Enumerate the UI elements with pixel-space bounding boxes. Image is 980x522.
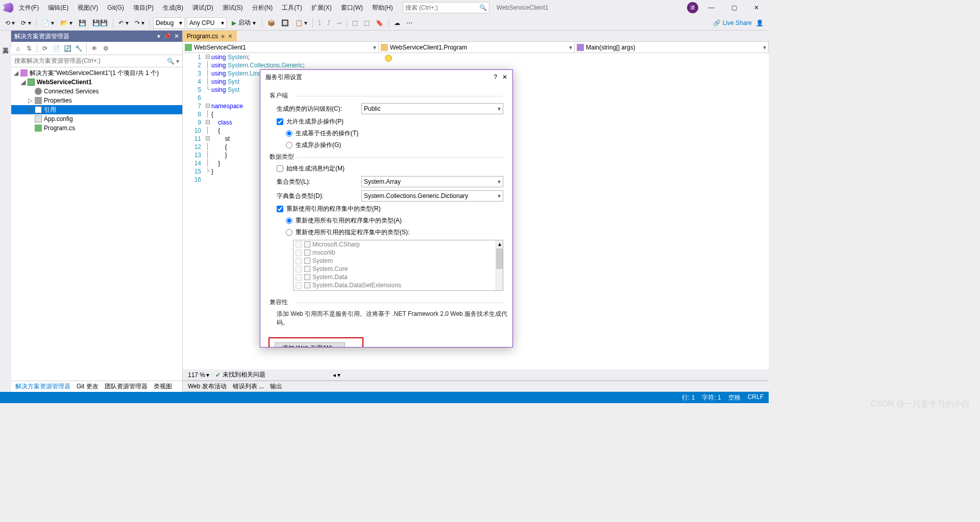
assembly-item[interactable]: System.Core [293, 265, 503, 273]
node-references[interactable]: ▷引用 [11, 105, 182, 114]
assembly-scrollbar[interactable]: ▴ [496, 240, 503, 290]
close-tab-icon[interactable]: ✕ [228, 33, 233, 40]
allow-async-checkbox[interactable] [277, 118, 283, 125]
account-avatar[interactable]: 凌 [687, 2, 698, 13]
node-connected-services[interactable]: Connected Services [11, 87, 182, 96]
solution-root[interactable]: ◢解决方案"WebServiceClient1"(1 个项目/共 1 个) [11, 68, 182, 78]
tool-button-1[interactable]: 📦 [265, 18, 277, 28]
solution-config-combo[interactable]: Debug▾ [153, 17, 185, 29]
reuse-specified-radio[interactable] [286, 229, 292, 236]
assembly-item[interactable]: System.Data [293, 273, 503, 281]
access-level-combo[interactable]: Public▾ [361, 103, 503, 114]
async-ops-radio[interactable] [286, 142, 292, 148]
menu-help[interactable]: 帮助(H) [369, 2, 397, 14]
menu-git[interactable]: Git(G) [104, 3, 128, 13]
save-button[interactable]: 💾 [77, 18, 88, 28]
status-spaces[interactable]: 空格 [728, 393, 741, 402]
dialog-close-button[interactable]: ✕ [502, 73, 507, 81]
menu-file[interactable]: 文件(F) [15, 2, 42, 14]
show-all-icon[interactable]: 📄 [52, 44, 61, 53]
tool-button-3[interactable]: 📋 ▾ [293, 18, 309, 28]
panel-dropdown-icon[interactable]: ▾ [157, 33, 160, 40]
step-into-button[interactable]: ⤴ [325, 18, 332, 28]
status-crlf[interactable]: CRLF [748, 393, 764, 402]
tab-program-cs[interactable]: Program.cs ⎈ ✕ [183, 31, 237, 41]
undo-button[interactable]: ↶ ▾ [116, 18, 130, 28]
menu-project[interactable]: 项目(P) [130, 2, 157, 14]
nav-back-button[interactable]: ⟲ ▾ [3, 18, 17, 28]
server-explorer-tab[interactable]: 服务器资源管理器 [0, 31, 11, 39]
menu-edit[interactable]: 编辑(E) [44, 2, 72, 14]
tab-solution-explorer[interactable]: 解决方案资源管理器 [15, 382, 70, 391]
home-icon[interactable]: ⌂ [13, 44, 22, 53]
panel-close-icon[interactable]: ✕ [174, 33, 179, 40]
menu-analyze[interactable]: 分析(N) [249, 2, 277, 14]
zoom-combo[interactable]: 117 % ▾ [188, 371, 209, 379]
global-search-input[interactable]: 搜索 (Ctrl+;) 🔍 [403, 2, 489, 13]
start-debug-button[interactable]: ▶启动 ▾ [229, 17, 259, 28]
caret-selector[interactable]: ◂ ▾ [333, 371, 340, 379]
task-based-radio[interactable] [286, 130, 292, 137]
add-web-reference-button[interactable]: 添加 Web 引用(W)... [275, 342, 345, 347]
tab-team-explorer[interactable]: 团队资源管理器 [105, 382, 148, 391]
step-over-button[interactable]: ⤵ [316, 18, 323, 28]
collection-type-combo[interactable]: System.Array▾ [361, 176, 503, 187]
assembly-item[interactable]: Microsoft.CSharp [293, 240, 503, 248]
step-out-button[interactable]: ⤻ [334, 18, 344, 28]
account-settings-button[interactable]: 👤 [754, 18, 766, 28]
always-message-contracts-checkbox[interactable] [277, 165, 283, 172]
dialog-help-button[interactable]: ? [494, 73, 497, 81]
panel-pin-icon[interactable]: 📌 [163, 33, 171, 40]
assembly-item[interactable]: System [293, 257, 503, 265]
new-file-button[interactable]: 📄 ▾ [40, 18, 56, 28]
menu-extensions[interactable]: 扩展(X) [308, 2, 335, 14]
pin-icon[interactable]: ⎈ [221, 33, 225, 40]
fold-gutter[interactable]: ⊟│││└⊟│⊟│⊟│││└ [204, 53, 211, 369]
node-program-cs[interactable]: Program.cs [11, 123, 182, 133]
nav-member-combo[interactable]: Main(string[] args)▾ [575, 42, 769, 53]
refresh-icon[interactable]: 🔄 [63, 44, 72, 53]
assembly-list[interactable]: Microsoft.CSharp mscorlib System System.… [293, 240, 503, 291]
tab-git-changes[interactable]: Git 更改 [77, 382, 99, 391]
node-properties[interactable]: ▷Properties [11, 96, 182, 105]
menu-window[interactable]: 窗口(W) [337, 2, 366, 14]
menu-tools[interactable]: 工具(T) [278, 2, 305, 14]
redo-button[interactable]: ↷ ▾ [133, 18, 146, 28]
reuse-all-radio[interactable] [286, 217, 292, 224]
tab-web-publish[interactable]: Web 发布活动 [188, 382, 227, 391]
project-node[interactable]: ◢WebServiceClient1 [11, 78, 182, 87]
save-all-button[interactable]: 💾💾 [90, 18, 110, 28]
live-share-button[interactable]: 🔗Live Share [713, 19, 752, 27]
bookmark-button[interactable]: 🔖 [374, 18, 385, 28]
toolbox-tab[interactable]: 工具箱 [0, 39, 11, 47]
maximize-button[interactable]: ▢ [725, 1, 743, 14]
nav-forward-button[interactable]: ⟳ ▾ [19, 18, 33, 28]
tab-output[interactable]: 输出 [270, 382, 282, 391]
solution-platform-combo[interactable]: Any CPU▾ [187, 17, 227, 29]
node-app-config[interactable]: App.config [11, 114, 182, 123]
minimize-button[interactable]: — [702, 1, 721, 14]
cloud-button[interactable]: ☁ [392, 18, 402, 28]
reuse-referenced-checkbox[interactable] [277, 206, 283, 212]
collapse-icon[interactable]: ⇅ [24, 44, 34, 53]
uncomment-button[interactable]: ⬚ [362, 18, 372, 28]
sync-icon[interactable]: ⟳ [40, 44, 50, 53]
nav-project-combo[interactable]: WebServiceClient1▾ [183, 42, 379, 53]
menu-debug[interactable]: 调试(D) [189, 2, 217, 14]
nav-type-combo[interactable]: WebServiceClient1.Program▾ [379, 42, 575, 53]
assembly-item[interactable]: mscorlib [293, 248, 503, 257]
comment-button[interactable]: ⬚ [350, 18, 360, 28]
lightbulb-icon[interactable] [385, 55, 392, 62]
filter-icon[interactable]: ⚙ [101, 44, 110, 53]
tab-error-list[interactable]: 错误列表 ... [233, 382, 264, 391]
open-file-button[interactable]: 📂 ▾ [58, 18, 75, 28]
solution-search-input[interactable]: 搜索解决方案资源管理器(Ctrl+;) 🔍 ▾ [11, 55, 182, 67]
close-button[interactable]: ✕ [747, 1, 766, 14]
dictionary-type-combo[interactable]: System.Collections.Generic.Dictionary▾ [361, 190, 503, 202]
menu-view[interactable]: 视图(V) [74, 2, 102, 14]
extra-button[interactable]: ⋯ [404, 18, 414, 28]
properties-icon[interactable]: 🔧 [74, 44, 83, 53]
menu-test[interactable]: 测试(S) [219, 2, 247, 14]
tab-class-view[interactable]: 类视图 [154, 382, 172, 391]
assembly-item[interactable]: System.Data.DataSetExtensions [293, 281, 503, 289]
